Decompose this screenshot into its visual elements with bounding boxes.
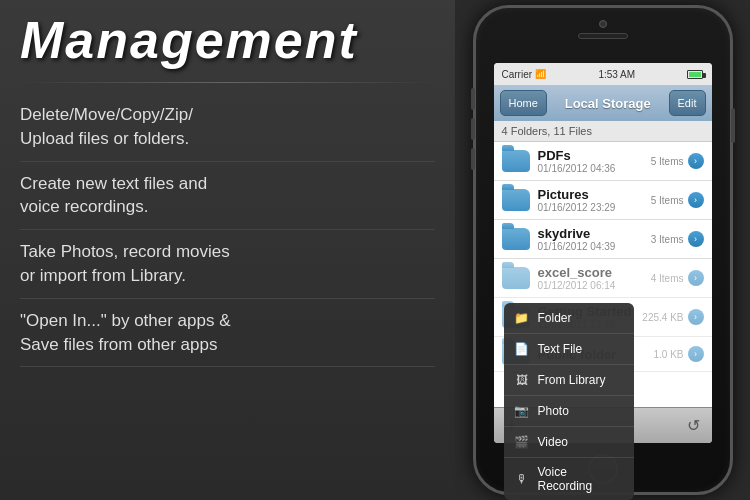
file-count-pdfs: 5 Items (651, 156, 684, 167)
folder-count: 4 Folders, 11 Files (494, 121, 712, 142)
edit-button[interactable]: Edit (669, 90, 706, 116)
file-count-excel: 4 Items (651, 273, 684, 284)
feature-text-4: "Open In..." by other apps &Save files f… (20, 309, 435, 357)
file-meta-excel: 01/12/2012 06:14 (538, 280, 651, 291)
folder-icon-pdfs (502, 150, 530, 172)
chevron-skydrive: › (688, 231, 704, 247)
context-menu: 📁 Folder 📄 Text File 🖼 From Library 📷 Ph… (504, 303, 634, 407)
file-info-pdfs: PDFs 01/16/2012 04:36 (538, 148, 651, 174)
file-info-pictures: Pictures 01/16/2012 23:29 (538, 187, 651, 213)
content-area: 4 Folders, 11 Files PDFs 01/16/2012 04:3… (494, 121, 712, 407)
context-label-folder: Folder (538, 311, 572, 325)
feature-item-1: Delete/Move/Copy/Zip/Upload files or fol… (20, 93, 435, 162)
iphone-screen: Carrier 📶 1:53 AM Home Local Storage Edi… (494, 63, 712, 443)
textfile-menu-icon: 📄 (514, 341, 530, 357)
file-name-excel: excel_score (538, 265, 651, 280)
iphone-camera (599, 20, 607, 28)
file-meta-pdfs: 01/16/2012 04:36 (538, 163, 651, 174)
context-menu-item-photo[interactable]: 📷 Photo (504, 396, 634, 407)
chevron-public: › (688, 346, 704, 362)
nav-bar: Home Local Storage Edit (494, 85, 712, 121)
chevron-getting-started: › (688, 309, 704, 325)
iphone-device: Carrier 📶 1:53 AM Home Local Storage Edi… (473, 5, 733, 495)
file-row-skydrive[interactable]: skydrive 01/16/2012 04:39 3 Items › (494, 220, 712, 259)
feature-text-2: Create new text files andvoice recording… (20, 172, 435, 220)
chevron-pdfs: › (688, 153, 704, 169)
file-info-excel: excel_score 01/12/2012 06:14 (538, 265, 651, 291)
file-meta-skydrive: 01/16/2012 04:39 (538, 241, 651, 252)
wifi-icon: 📶 (535, 69, 546, 79)
home-button[interactable]: Home (500, 90, 547, 116)
mute-button[interactable] (471, 148, 475, 170)
context-label-textfile: Text File (538, 342, 583, 356)
context-menu-item-folder[interactable]: 📁 Folder (504, 303, 634, 334)
battery-icon (687, 70, 703, 79)
context-label-fromlibrary: From Library (538, 373, 606, 387)
photo-menu-icon: 📷 (514, 403, 530, 407)
feature-item-2: Create new text files andvoice recording… (20, 162, 435, 231)
volume-down-button[interactable] (471, 118, 475, 140)
file-count-pictures: 5 Items (651, 195, 684, 206)
status-time: 1:53 AM (598, 69, 635, 80)
main-title: Management (20, 10, 435, 70)
folder-icon-excel (502, 267, 530, 289)
carrier-info: Carrier 📶 (502, 69, 547, 80)
file-name-skydrive: skydrive (538, 226, 651, 241)
library-menu-icon: 🖼 (514, 372, 530, 388)
feature-text-3: Take Photos, record moviesor import from… (20, 240, 435, 288)
divider (20, 82, 435, 83)
file-count-getting-started: 225.4 KB (642, 312, 683, 323)
file-row-excel[interactable]: excel_score 01/12/2012 06:14 4 Items › (494, 259, 712, 298)
file-count-skydrive: 3 Items (651, 234, 684, 245)
battery-fill (689, 72, 700, 77)
context-menu-item-fromlibrary[interactable]: 🖼 From Library (504, 365, 634, 396)
power-button[interactable] (731, 108, 735, 143)
feature-item-3: Take Photos, record moviesor import from… (20, 230, 435, 299)
iphone-speaker (578, 33, 628, 39)
file-meta-pictures: 01/16/2012 23:29 (538, 202, 651, 213)
file-name-pictures: Pictures (538, 187, 651, 202)
chevron-excel: › (688, 270, 704, 286)
folder-menu-icon: 📁 (514, 310, 530, 326)
context-label-photo: Photo (538, 404, 569, 407)
feature-item-4: "Open In..." by other apps &Save files f… (20, 299, 435, 368)
file-name-pdfs: PDFs (538, 148, 651, 163)
context-menu-item-textfile[interactable]: 📄 Text File (504, 334, 634, 365)
nav-title: Local Storage (551, 96, 665, 111)
file-row-pdfs[interactable]: PDFs 01/16/2012 04:36 5 Items › (494, 142, 712, 181)
right-panel: Carrier 📶 1:53 AM Home Local Storage Edi… (455, 0, 750, 500)
iphone-top-bar (476, 20, 730, 39)
file-info-skydrive: skydrive 01/16/2012 04:39 (538, 226, 651, 252)
status-bar: Carrier 📶 1:53 AM (494, 63, 712, 85)
carrier-name: Carrier (502, 69, 533, 80)
refresh-button[interactable]: ↺ (687, 416, 700, 435)
folder-icon-skydrive (502, 228, 530, 250)
volume-up-button[interactable] (471, 88, 475, 110)
chevron-pictures: › (688, 192, 704, 208)
feature-text-1: Delete/Move/Copy/Zip/Upload files or fol… (20, 103, 435, 151)
file-count-public: 1.0 KB (653, 349, 683, 360)
folder-icon-pictures (502, 189, 530, 211)
file-row-pictures[interactable]: Pictures 01/16/2012 23:29 5 Items › (494, 181, 712, 220)
left-panel: Management Delete/Move/Copy/Zip/Upload f… (0, 0, 455, 500)
